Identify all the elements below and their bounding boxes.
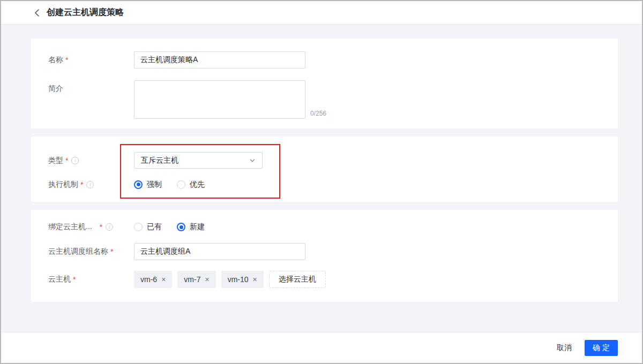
name-field-row: 名称* bbox=[48, 51, 618, 69]
page-header: 创建云主机调度策略 bbox=[1, 1, 642, 25]
form-body: 名称* 简介 0/256 类型* i bbox=[1, 25, 642, 332]
vm-tag: vm-10 × bbox=[221, 271, 264, 288]
remove-tag-icon[interactable]: × bbox=[253, 276, 257, 283]
intro-field-row: 简介 0/256 bbox=[48, 80, 618, 119]
vm-select-row: 云主机* vm-6 × vm-7 × vm-10 × 选择云主机 bbox=[48, 271, 618, 288]
type-select-value: 互斥云主机 bbox=[141, 156, 178, 165]
intro-label: 简介 bbox=[48, 80, 134, 119]
required-mark: * bbox=[65, 156, 68, 165]
select-vm-button[interactable]: 选择云主机 bbox=[269, 271, 326, 288]
required-mark: * bbox=[65, 56, 68, 64]
name-label: 名称* bbox=[48, 51, 134, 69]
remove-tag-icon[interactable]: × bbox=[205, 276, 209, 283]
radio-selected-icon bbox=[134, 180, 143, 189]
vm-tag: vm-6 × bbox=[134, 271, 172, 288]
vm-tags-row: vm-6 × vm-7 × vm-10 × 选择云主机 bbox=[134, 271, 326, 288]
group-name-row: 云主机调度组名称* bbox=[48, 243, 618, 260]
footer-action-bar: 取消 确 定 bbox=[1, 332, 642, 363]
radio-selected-icon bbox=[177, 223, 185, 231]
confirm-button[interactable]: 确 定 bbox=[585, 340, 618, 356]
radio-unselected-icon bbox=[177, 180, 185, 189]
char-counter: 0/256 bbox=[310, 110, 326, 119]
basic-info-card: 名称* 简介 0/256 bbox=[31, 39, 618, 128]
back-button[interactable] bbox=[34, 9, 40, 17]
radio-unselected-icon bbox=[134, 223, 143, 231]
mechanism-label: 执行机制* i bbox=[48, 176, 134, 193]
info-icon[interactable]: i bbox=[71, 157, 79, 164]
type-card: 类型* i 互斥云主机 执行机制* i 强 bbox=[31, 136, 618, 202]
bind-group-label: 绑定云主机...* i bbox=[48, 222, 134, 232]
radio-mechanism-priority[interactable]: 优先 bbox=[177, 180, 205, 189]
type-select[interactable]: 互斥云主机 bbox=[134, 152, 263, 169]
type-field-row: 类型* i 互斥云主机 bbox=[48, 152, 618, 169]
remove-tag-icon[interactable]: × bbox=[161, 276, 166, 283]
page-title: 创建云主机调度策略 bbox=[47, 7, 124, 18]
policy-name-input[interactable] bbox=[134, 51, 305, 69]
group-name-label: 云主机调度组名称* bbox=[48, 243, 134, 260]
bind-group-radio-group: 已有 新建 bbox=[134, 219, 220, 236]
required-mark: * bbox=[100, 223, 102, 231]
vm-label: 云主机* bbox=[48, 271, 134, 288]
chevron-down-icon bbox=[249, 157, 256, 164]
intro-textarea[interactable] bbox=[134, 80, 305, 119]
info-icon[interactable]: i bbox=[86, 181, 94, 188]
required-mark: * bbox=[110, 247, 113, 256]
radio-mechanism-force[interactable]: 强制 bbox=[134, 180, 162, 189]
mechanism-field-row: 执行机制* i 强制 优先 bbox=[48, 176, 618, 193]
bind-group-card: 绑定云主机...* i 已有 新建 云主机调度组名称* bbox=[31, 210, 618, 302]
radio-existing-group[interactable]: 已有 bbox=[134, 222, 162, 232]
mechanism-radio-group: 强制 优先 bbox=[134, 176, 220, 193]
back-chevron-icon bbox=[34, 9, 40, 17]
cancel-button[interactable]: 取消 bbox=[557, 343, 572, 353]
bind-group-row: 绑定云主机...* i 已有 新建 bbox=[48, 218, 618, 236]
type-label: 类型* i bbox=[48, 152, 134, 169]
vm-tag: vm-7 × bbox=[177, 271, 215, 288]
radio-new-group[interactable]: 新建 bbox=[177, 222, 205, 232]
group-name-input[interactable] bbox=[134, 243, 305, 260]
intro-textarea-wrap: 0/256 bbox=[134, 80, 326, 119]
required-mark: * bbox=[80, 180, 83, 189]
info-icon[interactable]: i bbox=[106, 223, 113, 231]
create-scheduling-policy-page: 创建云主机调度策略 名称* 简介 0/256 bbox=[0, 0, 643, 364]
required-mark: * bbox=[73, 275, 76, 284]
